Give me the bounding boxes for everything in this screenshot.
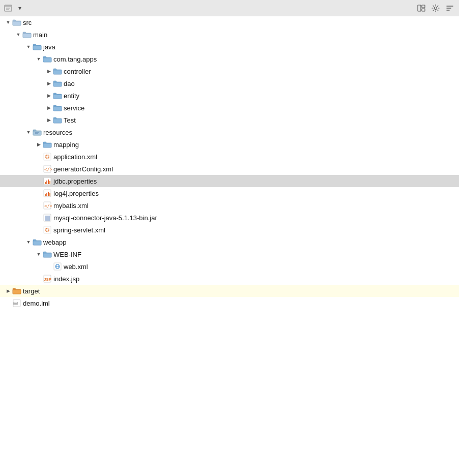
folder-blue-icon (43, 140, 52, 148)
expand-arrow[interactable] (45, 67, 53, 75)
tree-item-demo.iml[interactable]: iml demo.iml (0, 297, 459, 309)
no-arrow (35, 153, 43, 161)
item-label: mysql-connector-java-5.1.13-bin.jar (53, 214, 157, 222)
svg-rect-26 (48, 192, 49, 196)
tree-item-resources[interactable]: resources (0, 126, 459, 138)
expand-arrow[interactable] (4, 287, 12, 295)
item-label: target (23, 287, 40, 295)
item-label: jdbc.properties (53, 177, 97, 185)
collapse-arrow[interactable] (35, 55, 43, 63)
jar-icon (43, 214, 52, 222)
xml-spring-icon (43, 153, 52, 161)
panel-dropdown-arrow[interactable]: ▾ (18, 5, 21, 12)
no-arrow (35, 226, 43, 234)
folder-blue-icon (43, 250, 52, 258)
expand-arrow[interactable] (35, 140, 43, 148)
item-label: java (43, 43, 55, 51)
tree-item-dao[interactable]: dao (0, 77, 459, 90)
no-arrow (35, 214, 43, 222)
svg-rect-21 (48, 180, 49, 184)
tree-item-jdbc.properties[interactable]: jdbc.properties (0, 175, 459, 187)
collapse-arrow[interactable] (35, 250, 43, 258)
expand-arrow[interactable] (45, 79, 53, 87)
item-label: mybatis.xml (53, 202, 89, 210)
tree-item-mysql-connector-java-5.1.13-bin.jar[interactable]: mysql-connector-java-5.1.13-bin.jar (0, 212, 459, 224)
svg-rect-1 (5, 5, 12, 7)
tree-item-com.tang.apps[interactable]: com.tang.apps (0, 53, 459, 65)
folder-resource-icon (33, 128, 42, 136)
tree-item-index.jsp[interactable]: JSP index.jsp (0, 273, 459, 285)
tree-item-log4j.properties[interactable]: log4j.properties (0, 187, 459, 199)
xml-web-icon (53, 262, 62, 271)
svg-rect-4 (418, 5, 421, 11)
svg-text:iml: iml (13, 302, 18, 305)
svg-rect-5 (422, 5, 425, 8)
folder-blue-icon (53, 67, 62, 75)
folder-blue-icon (33, 238, 42, 246)
title-bar-right (416, 3, 455, 13)
item-label: web.xml (64, 263, 88, 271)
xml-code-icon: </> (43, 201, 52, 210)
tree-item-WEB-INF[interactable]: WEB-INF (0, 248, 459, 260)
collapse-button[interactable] (445, 3, 455, 13)
iml-icon: iml (12, 299, 21, 307)
tree-item-generatorConfig.xml[interactable]: </> generatorConfig.xml (0, 163, 459, 175)
item-label: webapp (43, 239, 67, 246)
tree-item-spring-servlet.xml[interactable]: spring-servlet.xml (0, 224, 459, 236)
item-label: dao (64, 80, 75, 87)
tree-item-controller[interactable]: controller (0, 65, 459, 77)
item-label: demo.iml (23, 300, 50, 307)
expand-arrow[interactable] (45, 92, 53, 100)
project-tree: src main java com.tang.apps controller d… (0, 16, 459, 476)
item-label: mapping (53, 141, 79, 148)
tree-item-web.xml[interactable]: web.xml (0, 260, 459, 273)
svg-rect-6 (422, 9, 425, 11)
expand-arrow[interactable] (45, 116, 53, 124)
collapse-arrow[interactable] (24, 128, 33, 136)
folder-blue-icon (43, 55, 52, 63)
no-arrow (35, 177, 43, 185)
svg-text:</>: </> (44, 167, 52, 172)
svg-rect-27 (49, 193, 50, 196)
tree-item-mybatis.xml[interactable]: </> mybatis.xml (0, 199, 459, 212)
item-label: log4j.properties (53, 190, 99, 197)
item-label: WEB-INF (53, 251, 81, 258)
folder-blue-icon (53, 104, 62, 112)
item-label: src (23, 19, 32, 26)
tree-item-main[interactable]: main (0, 28, 459, 41)
svg-text:</>: </> (44, 203, 52, 209)
item-label: controller (64, 68, 91, 75)
tree-item-service[interactable]: service (0, 102, 459, 114)
expand-arrow[interactable] (45, 104, 53, 112)
tree-item-src[interactable]: src (0, 16, 459, 28)
folder-blue-icon (53, 79, 62, 87)
tree-item-target[interactable]: target (0, 285, 459, 297)
tree-item-java[interactable]: java (0, 41, 459, 53)
no-arrow (35, 275, 43, 283)
tree-item-Test[interactable]: Test (0, 114, 459, 126)
svg-rect-19 (45, 182, 46, 184)
xml-spring-icon (43, 226, 52, 234)
item-label: spring-servlet.xml (53, 226, 105, 234)
jsp-icon: JSP (43, 275, 52, 283)
tree-item-application.xml[interactable]: application.xml (0, 151, 459, 163)
settings-button[interactable] (431, 3, 441, 13)
properties-icon (43, 189, 52, 197)
svg-rect-25 (46, 193, 47, 196)
svg-rect-20 (46, 181, 47, 184)
collapse-arrow[interactable] (24, 238, 33, 246)
collapse-arrow[interactable] (24, 43, 33, 51)
collapse-arrow[interactable] (4, 18, 12, 26)
tree-item-webapp[interactable]: webapp (0, 236, 459, 248)
tree-item-mapping[interactable]: mapping (0, 138, 459, 151)
tree-item-entity[interactable]: entity (0, 90, 459, 102)
collapse-arrow[interactable] (14, 31, 22, 39)
svg-point-7 (435, 7, 437, 9)
no-arrow (35, 165, 43, 173)
svg-rect-22 (49, 181, 50, 184)
layout-button[interactable] (416, 3, 426, 13)
item-label: Test (64, 116, 76, 124)
properties-icon (43, 177, 52, 185)
title-bar-left: ▾ (4, 4, 21, 12)
svg-text:JSP: JSP (44, 277, 52, 282)
